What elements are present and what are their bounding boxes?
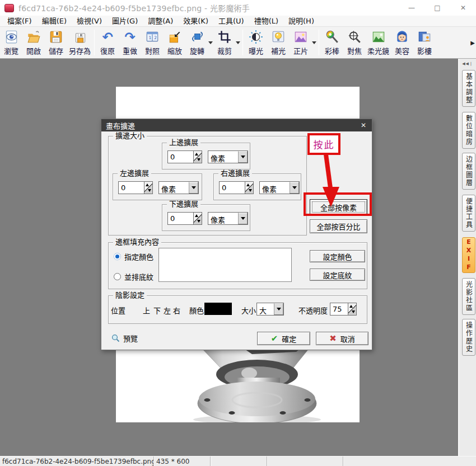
- sidebar-tab-community[interactable]: 光影社區: [462, 278, 475, 315]
- menu-item-help[interactable]: 說明(H): [283, 16, 319, 27]
- menu-item-tools[interactable]: 工具(U): [213, 16, 249, 27]
- preview-button[interactable]: 預覽: [111, 333, 138, 343]
- spin-buttons-icon[interactable]: [144, 182, 152, 194]
- rotate-dropdown-arrow-icon[interactable]: [208, 27, 213, 58]
- left-expand-unit-select[interactable]: 像素: [158, 181, 199, 194]
- all-by-percent-button[interactable]: 全部按百分比: [310, 219, 367, 233]
- menu-item-effects[interactable]: 效果(K): [178, 16, 213, 27]
- shadow-color-label: 顏色: [189, 305, 204, 316]
- right-expand-unit-select[interactable]: 像素: [259, 181, 300, 194]
- right-expand-input[interactable]: 0: [219, 181, 254, 194]
- toolbar-fill-light[interactable]: 補光: [267, 27, 290, 58]
- toolbar-crop[interactable]: 裁剪: [213, 27, 236, 58]
- close-button[interactable]: ✕: [450, 0, 476, 16]
- toolbar-exposure[interactable]: 曝光: [245, 27, 267, 58]
- shadow-color-swatch[interactable]: [204, 303, 232, 315]
- toolbar-soft-focus[interactable]: 柔光鏡: [366, 27, 391, 58]
- svg-text:2: 2: [154, 35, 157, 40]
- specify-color-option[interactable]: 指定顏色: [114, 251, 153, 262]
- status-dimensions: 435 * 600: [154, 456, 211, 466]
- crop-dropdown-arrow-icon[interactable]: [236, 27, 241, 58]
- fill-color-preview[interactable]: [158, 248, 292, 282]
- dropdown-arrow-icon[interactable]: [238, 213, 248, 224]
- positive-film-dropdown-arrow-icon[interactable]: [312, 27, 317, 58]
- sidebar-collapse-icon[interactable]: ◀◀❘: [459, 59, 476, 66]
- toolbar-save-as[interactable]: 另存為: [67, 27, 92, 58]
- sidebar-tab-exif[interactable]: EXIF: [462, 237, 475, 273]
- dropdown-arrow-icon[interactable]: [189, 182, 198, 194]
- top-expand-unit-select[interactable]: 像素: [208, 150, 248, 163]
- shadow-pos-top[interactable]: 上: [143, 305, 150, 316]
- main-toolbar: 瀏覽 開啟 儲存 另存為 ↶ 復原 ↷ 重做: [0, 27, 476, 59]
- spin-buttons-icon[interactable]: [193, 213, 202, 224]
- toolbar-color-wand[interactable]: 彩棒: [321, 27, 343, 58]
- cancel-button[interactable]: ✖ 取消: [316, 332, 368, 345]
- specify-color-radio[interactable]: [114, 253, 121, 260]
- toolbar-overflow-icon[interactable]: ▶: [470, 40, 475, 46]
- top-expand-group: 上邊擴展 0 像素: [162, 143, 250, 170]
- spin-buttons-icon[interactable]: [348, 303, 356, 315]
- toolbar-beautify[interactable]: 美容: [391, 27, 413, 58]
- svg-text:1: 1: [149, 35, 152, 40]
- dialog-title-bar[interactable]: 畫布擴邊 ✕: [101, 119, 372, 131]
- toolbar-resize[interactable]: 縮放: [164, 27, 186, 58]
- set-color-button[interactable]: 設定顏色: [310, 250, 365, 262]
- menu-item-gifts[interactable]: 禮物(L): [249, 16, 283, 27]
- dropdown-arrow-icon[interactable]: [238, 151, 248, 163]
- sidebar-tab-history[interactable]: 操作歷史: [462, 319, 475, 356]
- top-expand-input[interactable]: 0: [167, 150, 202, 163]
- maximize-button[interactable]: □: [424, 0, 450, 16]
- shadow-size-select[interactable]: 大: [256, 303, 284, 316]
- toolbar-undo[interactable]: ↶ 復原: [96, 27, 119, 58]
- resize-icon: [167, 30, 182, 44]
- toolbar-compare[interactable]: 12 對照: [141, 27, 164, 58]
- sidebar-tab-handy-tools[interactable]: 便捷工具: [462, 195, 475, 232]
- toolbar-positive-film[interactable]: 正片: [290, 27, 312, 58]
- toolbar-redo[interactable]: ↷ 重做: [119, 27, 141, 58]
- menu-item-edit[interactable]: 編輯(E): [37, 16, 72, 27]
- spin-buttons-icon[interactable]: [245, 182, 253, 194]
- toolbar-studio[interactable]: 影樓: [413, 27, 436, 58]
- shadow-size-label: 大小: [241, 305, 256, 316]
- check-icon: ✔: [271, 333, 278, 343]
- toolbar-rotate[interactable]: 旋轉: [186, 27, 208, 58]
- toolbar-browse[interactable]: 瀏覽: [0, 27, 22, 58]
- bottom-expand-unit-select[interactable]: 像素: [208, 212, 248, 225]
- bottom-expand-input[interactable]: 0: [167, 212, 202, 225]
- menu-item-file[interactable]: 檔案(F): [2, 16, 37, 27]
- set-texture-button[interactable]: 設定底紋: [310, 269, 365, 281]
- ok-button[interactable]: ✔ 確定: [257, 332, 310, 345]
- left-expand-label: 左邊擴展: [118, 170, 151, 177]
- save-as-floppy-icon: [73, 30, 87, 44]
- toolbar-separator: [319, 30, 319, 55]
- shadow-opacity-input[interactable]: 75: [330, 303, 357, 316]
- minimize-button[interactable]: —: [399, 0, 424, 16]
- left-expand-input[interactable]: 0: [118, 181, 153, 194]
- toolbar-focus[interactable]: 對焦: [343, 27, 366, 58]
- sidebar-tab-digital-darkroom[interactable]: 數位暗房: [462, 112, 475, 149]
- sidebar-tab-border-layer[interactable]: 边框圖層: [462, 153, 475, 190]
- shadow-pos-left[interactable]: 左: [164, 305, 171, 316]
- tile-texture-radio[interactable]: [114, 273, 121, 280]
- dialog-close-icon[interactable]: ✕: [355, 121, 372, 129]
- menu-item-image[interactable]: 圖片(G): [107, 16, 143, 27]
- open-folder-icon: [26, 30, 41, 44]
- annotation-highlight-box: [304, 192, 372, 216]
- bottom-expand-label: 下邊擴展: [167, 200, 200, 208]
- status-cell-empty: [343, 456, 476, 466]
- shadow-pos-right[interactable]: 右: [173, 305, 180, 316]
- menu-item-adjust[interactable]: 調整(A): [143, 16, 178, 27]
- toolbar-save[interactable]: 儲存: [45, 27, 67, 58]
- menu-item-view[interactable]: 檢視(V): [72, 16, 107, 27]
- dropdown-arrow-icon[interactable]: [274, 303, 283, 315]
- undo-arrow-icon: ↶: [100, 30, 115, 44]
- tile-texture-option[interactable]: 並排底紋: [114, 271, 153, 282]
- dialog-title: 畫布擴邊: [106, 120, 135, 131]
- menu-bar: 檔案(F) 編輯(E) 檢視(V) 圖片(G) 調整(A) 效果(K) 工具(U…: [0, 16, 476, 27]
- dropdown-arrow-icon[interactable]: [290, 182, 299, 194]
- spin-buttons-icon[interactable]: [193, 151, 202, 163]
- left-expand-group: 左邊擴展 0 像素: [113, 173, 202, 200]
- toolbar-open[interactable]: 開啟: [22, 27, 45, 58]
- shadow-pos-bottom[interactable]: 下: [153, 305, 161, 316]
- sidebar-tab-basic-adjust[interactable]: 基本調整: [462, 70, 475, 107]
